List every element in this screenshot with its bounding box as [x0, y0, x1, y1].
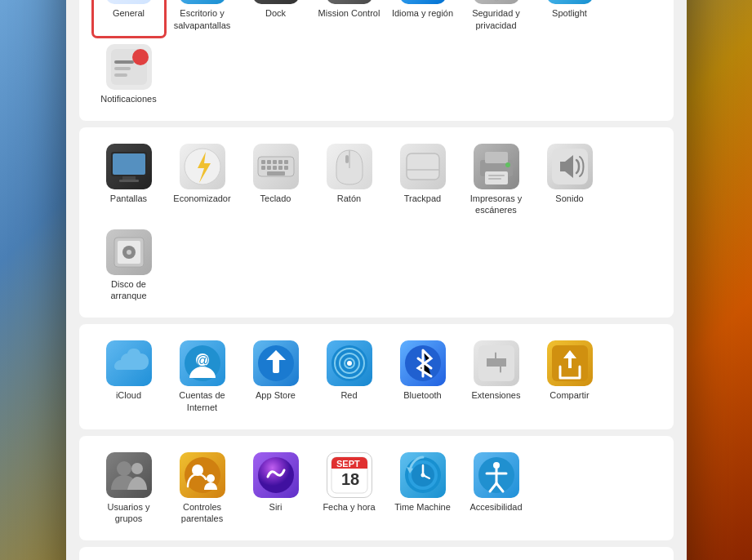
- pref-item-printers[interactable]: Impresoras y escáneres: [460, 137, 533, 223]
- svg-rect-70: [488, 178, 501, 180]
- keyboard-label: Teclado: [260, 193, 291, 204]
- language-icon: [400, 0, 446, 4]
- icloud-icon: [106, 340, 152, 386]
- pref-item-bluetooth[interactable]: Bluetooth: [386, 334, 460, 420]
- startup-icon: [106, 229, 152, 275]
- pref-item-security[interactable]: Seguridad y privacidad: [460, 0, 533, 38]
- pref-item-accounts[interactable]: @ Cuentas de Internet: [166, 334, 239, 420]
- svg-text:@: @: [196, 353, 209, 367]
- security-label: Seguridad y privacidad: [465, 7, 528, 31]
- internet-section: iCloud @ Cuentas de Internet: [79, 324, 674, 429]
- pref-item-network[interactable]: Red: [313, 334, 386, 420]
- displays-icon: [106, 144, 152, 189]
- svg-point-86: [347, 361, 352, 366]
- svg-rect-67: [485, 152, 508, 163]
- svg-point-41: [132, 49, 149, 65]
- startup-label: Disco de arranque: [97, 278, 161, 302]
- hardware-section: Pantallas Economizador: [79, 127, 674, 318]
- pref-item-timemachine[interactable]: Time Machine: [386, 446, 460, 531]
- spotlight-label: Spotlight: [552, 7, 587, 19]
- pref-item-icloud[interactable]: iCloud: [92, 334, 166, 420]
- printers-icon: [474, 144, 519, 189]
- pref-item-extensions[interactable]: Extensiones: [460, 334, 533, 420]
- siri-icon: [253, 452, 299, 498]
- pref-item-trackpad[interactable]: Trackpad: [386, 137, 460, 223]
- dock-icon: [253, 0, 299, 4]
- extensions-label: Extensiones: [472, 389, 521, 401]
- accessibility-icon: [474, 452, 519, 498]
- notifications-icon: [106, 44, 152, 90]
- users-label: Usuarios y grupos: [97, 501, 161, 525]
- pref-item-flip4mac[interactable]: Flip4Mac: [166, 557, 239, 560]
- notifications-label: Notificaciones: [100, 93, 156, 104]
- spotlight-icon: 🔍: [547, 0, 593, 4]
- general-label: General: [113, 7, 145, 19]
- datetime-label: Fecha y hora: [323, 501, 375, 513]
- pref-item-ntfs[interactable]: NTFS 3G NTFS-3G: [313, 557, 386, 560]
- svg-rect-42: [114, 60, 134, 64]
- svg-point-91: [131, 463, 143, 474]
- pref-item-spotlight[interactable]: 🔍 Spotlight: [533, 0, 607, 38]
- desktop-icon: [180, 0, 225, 4]
- svg-point-76: [127, 250, 131, 255]
- extensions-icon: [474, 340, 519, 386]
- svg-rect-48: [119, 180, 139, 182]
- printers-label: Impresoras y escáneres: [465, 193, 528, 216]
- system-section: Usuarios y grupos Controles parentales: [79, 436, 674, 541]
- svg-rect-43: [114, 67, 131, 70]
- pref-item-mouse[interactable]: Ratón: [313, 137, 386, 223]
- preferences-content: General: [66, 0, 687, 560]
- svg-rect-58: [273, 166, 277, 170]
- bluetooth-label: Bluetooth: [403, 389, 441, 401]
- pref-item-mission[interactable]: Mission Control: [313, 0, 386, 38]
- pref-item-language[interactable]: Idioma y región: [386, 0, 460, 38]
- svg-point-94: [207, 474, 215, 482]
- network-icon: [327, 340, 372, 386]
- pref-item-sound[interactable]: Sonido: [533, 137, 607, 223]
- desktop-label: Escritorio y salvapantallas: [171, 7, 234, 31]
- trackpad-label: Trackpad: [404, 193, 441, 204]
- sound-label: Sonido: [555, 193, 583, 204]
- appstore-label: App Store: [256, 389, 296, 401]
- sound-icon: [547, 144, 593, 189]
- pref-item-energy[interactable]: Economizador: [166, 137, 239, 223]
- pref-item-flash[interactable]: Flash Player: [92, 557, 166, 560]
- pref-item-displays[interactable]: Pantallas: [92, 137, 166, 223]
- svg-rect-61: [267, 171, 285, 176]
- energy-icon: [180, 144, 225, 189]
- pref-item-appstore[interactable]: App Store: [239, 334, 313, 420]
- svg-rect-59: [278, 166, 283, 170]
- svg-rect-63: [345, 155, 349, 163]
- mission-icon: [327, 0, 372, 4]
- pref-item-parental[interactable]: Controles parentales: [166, 446, 239, 531]
- pref-item-general[interactable]: General: [92, 0, 166, 38]
- svg-rect-55: [284, 160, 288, 164]
- pref-item-dock[interactable]: Dock: [239, 0, 313, 38]
- svg-point-90: [117, 461, 131, 476]
- timemachine-icon: [400, 452, 446, 498]
- svg-rect-81: [273, 358, 279, 373]
- parental-label: Controles parentales: [171, 501, 234, 525]
- mouse-icon: [327, 144, 372, 189]
- svg-rect-57: [267, 166, 271, 170]
- dock-label: Dock: [265, 7, 286, 19]
- svg-rect-46: [113, 153, 145, 175]
- accounts-icon: @: [180, 340, 225, 386]
- security-icon: [474, 0, 519, 4]
- pref-item-macfuse[interactable]: MAC MacFUSE: [239, 557, 313, 560]
- pref-item-startup[interactable]: Disco de arranque: [92, 223, 166, 309]
- svg-rect-69: [488, 175, 505, 176]
- pref-item-keyboard[interactable]: Teclado: [239, 137, 313, 223]
- keyboard-icon: [253, 144, 299, 189]
- pref-item-sharing[interactable]: Compartir: [533, 334, 607, 420]
- parental-icon: [180, 452, 225, 498]
- pref-item-users[interactable]: Usuarios y grupos: [92, 446, 166, 531]
- appstore-icon: [253, 340, 299, 386]
- pref-item-datetime[interactable]: SEPT 18 Fecha y hora: [313, 446, 386, 531]
- svg-rect-44: [114, 73, 127, 77]
- pref-item-desktop[interactable]: Escritorio y salvapantallas: [166, 0, 239, 38]
- pref-item-notifications[interactable]: Notificaciones: [92, 38, 166, 111]
- svg-text:SEPT: SEPT: [336, 459, 360, 469]
- pref-item-accessibility[interactable]: Accesibilidad: [460, 446, 533, 531]
- pref-item-siri[interactable]: Siri: [239, 446, 313, 531]
